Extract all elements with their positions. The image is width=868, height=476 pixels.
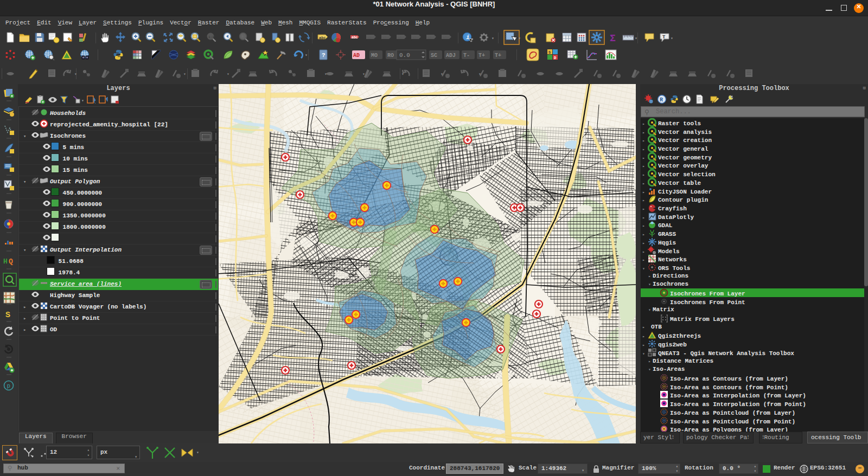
svg-text:RO: RO bbox=[387, 53, 394, 59]
svg-text:abc: abc bbox=[443, 36, 450, 40]
svg-text:i: i bbox=[466, 34, 470, 41]
svg-text:abc: abc bbox=[382, 36, 390, 40]
svg-text:SC: SC bbox=[431, 53, 437, 59]
svg-text:T-: T- bbox=[463, 53, 470, 59]
svg-text:abc: abc bbox=[398, 36, 405, 40]
svg-text:H: H bbox=[3, 258, 8, 266]
svg-text:abc: abc bbox=[427, 36, 435, 40]
svg-text:abc: abc bbox=[367, 36, 374, 40]
svg-text:Q: Q bbox=[9, 258, 13, 266]
svg-text:abc: abc bbox=[319, 36, 326, 40]
svg-text:abc: abc bbox=[412, 36, 419, 40]
svg-text:MO: MO bbox=[371, 53, 378, 59]
svg-text:AD: AD bbox=[353, 53, 360, 59]
svg-text:S: S bbox=[548, 50, 551, 55]
svg-text:0.0: 0.0 bbox=[399, 52, 410, 59]
svg-text:T+: T+ bbox=[478, 53, 485, 59]
svg-text:T: T bbox=[662, 35, 666, 40]
svg-text:?: ? bbox=[322, 52, 326, 59]
svg-text:Σ: Σ bbox=[610, 33, 616, 43]
svg-text:R: R bbox=[660, 97, 663, 103]
svg-text:p: p bbox=[7, 383, 11, 389]
svg-text:T+: T+ bbox=[495, 53, 501, 59]
svg-text:abc: abc bbox=[352, 36, 358, 40]
svg-text:S: S bbox=[5, 311, 10, 320]
svg-text:D: D bbox=[554, 56, 556, 60]
svg-text:ADJ: ADJ bbox=[446, 53, 456, 59]
